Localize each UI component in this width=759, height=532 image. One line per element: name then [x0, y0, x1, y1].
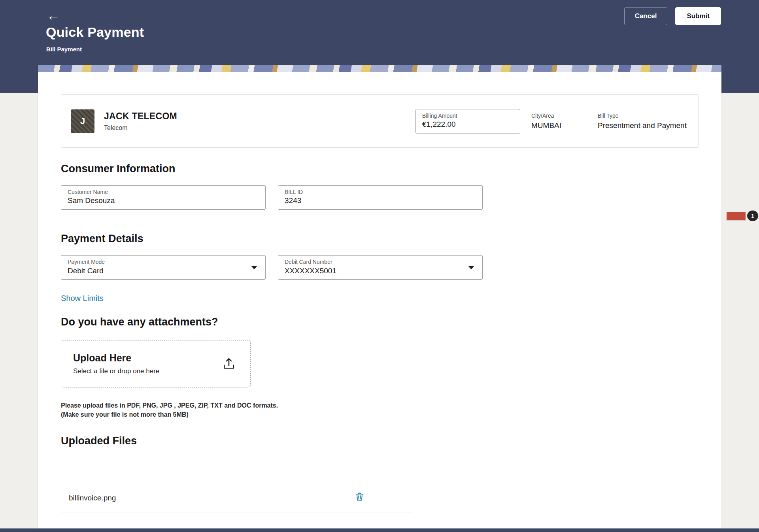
- payment-mode-select[interactable]: Payment Mode Debit Card: [61, 255, 266, 280]
- bill-id-label: BILL ID: [285, 189, 476, 195]
- city-area-value: MUMBAI: [531, 121, 583, 130]
- consumer-fields-row: Customer Name BILL ID: [61, 185, 699, 210]
- biller-category: Telecom: [104, 124, 177, 132]
- billing-amount-label: Billing Amount: [422, 113, 514, 119]
- upload-subtitle: Select a file or drop one here: [73, 367, 159, 375]
- upload-format-note: Please upload files in PDF, PNG, JPG , J…: [61, 401, 699, 419]
- trash-icon: [354, 497, 365, 503]
- submit-button[interactable]: Submit: [675, 7, 721, 25]
- upload-note-line1: Please upload files in PDF, PNG, JPG , J…: [61, 401, 699, 410]
- biller-identity: JACK TELECOM Telecom: [104, 111, 177, 132]
- bill-id-field[interactable]: BILL ID: [278, 185, 483, 210]
- page-subtitle: Bill Payment: [46, 46, 82, 53]
- header-actions: Cancel Submit: [624, 7, 721, 25]
- payment-mode-label: Payment Mode: [68, 259, 259, 265]
- feedback-badge: 1: [747, 211, 758, 221]
- delete-file-button[interactable]: [354, 491, 365, 503]
- biller-name: JACK TELECOM: [104, 111, 177, 122]
- upload-title: Upload Here: [73, 352, 159, 364]
- attachments-heading: Do you have any attachments?: [61, 316, 699, 328]
- feedback-strip: [727, 212, 746, 220]
- main-card: J JACK TELECOM Telecom Billing Amount Ci…: [38, 65, 721, 528]
- payment-mode-value: Debit Card: [68, 267, 259, 275]
- bill-type-block: Bill Type Presentment and Payment: [598, 113, 689, 130]
- upload-icon: [222, 357, 236, 371]
- chevron-down-icon: [468, 266, 474, 269]
- uploaded-file-row: billinvoice.png: [61, 494, 412, 513]
- debit-card-number-value: XXXXXXX5001: [285, 267, 476, 275]
- customer-name-label: Customer Name: [68, 189, 259, 195]
- city-area-label: City/Area: [531, 113, 583, 119]
- payment-details-heading: Payment Details: [61, 233, 699, 245]
- chevron-down-icon: [251, 266, 257, 269]
- customer-name-input[interactable]: [68, 196, 259, 205]
- city-area-block: City/Area MUMBAI: [531, 113, 583, 130]
- file-upload-dropzone[interactable]: Upload Here Select a file or drop one he…: [61, 340, 251, 387]
- payment-fields-row: Payment Mode Debit Card Debit Card Numbe…: [61, 255, 699, 280]
- consumer-information-heading: Consumer Information: [61, 163, 699, 175]
- footer-strip: [0, 528, 759, 532]
- upload-text-block: Upload Here Select a file or drop one he…: [73, 352, 159, 375]
- debit-card-number-select[interactable]: Debit Card Number XXXXXXX5001: [278, 255, 483, 280]
- bill-type-value: Presentment and Payment: [598, 121, 689, 130]
- customer-name-field[interactable]: Customer Name: [61, 185, 266, 210]
- bill-type-label: Bill Type: [598, 113, 689, 119]
- biller-avatar-letter: J: [80, 116, 85, 126]
- arrow-left-icon: ←: [47, 8, 60, 23]
- uploaded-file-name: billinvoice.png: [69, 494, 116, 502]
- show-limits-link[interactable]: Show Limits: [61, 294, 104, 303]
- bill-id-input[interactable]: [285, 196, 476, 205]
- billing-amount-field[interactable]: Billing Amount: [415, 109, 520, 133]
- decorative-banner: [38, 65, 721, 72]
- cancel-button[interactable]: Cancel: [624, 7, 668, 25]
- back-button[interactable]: ←: [47, 9, 60, 22]
- feedback-tab[interactable]: 1: [727, 211, 759, 221]
- upload-note-line2: (Make sure your file is not more than 5M…: [61, 410, 699, 419]
- biller-avatar: J: [71, 109, 94, 133]
- billing-amount-input[interactable]: [422, 120, 514, 129]
- uploaded-files-heading: Uploaded Files: [61, 435, 699, 447]
- debit-card-number-label: Debit Card Number: [285, 259, 476, 265]
- page-title: Quick Payment: [46, 24, 144, 40]
- biller-card: J JACK TELECOM Telecom Billing Amount Ci…: [61, 94, 699, 148]
